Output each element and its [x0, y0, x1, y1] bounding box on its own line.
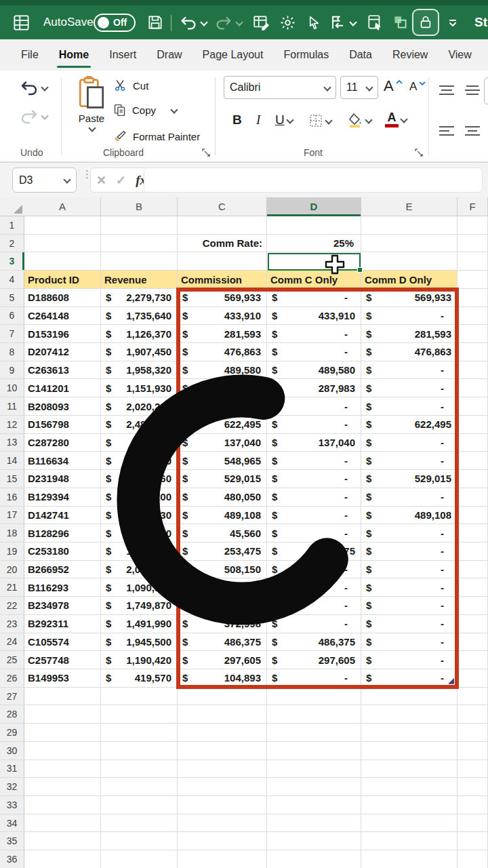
revenue-cell[interactable]: $1,956,430: [101, 507, 178, 524]
commission-cell[interactable]: $272,588: [178, 578, 267, 596]
comm-c-cell[interactable]: $-: [267, 507, 361, 524]
chevron-down-icon[interactable]: [171, 107, 177, 113]
ribbon-redo-button[interactable]: [19, 106, 47, 126]
comm-c-cell[interactable]: $297,605: [267, 651, 361, 669]
cell-F36[interactable]: [458, 850, 488, 868]
product-id-cell[interactable]: B208093: [24, 397, 101, 415]
row-header-11[interactable]: 11: [0, 397, 24, 415]
cell-E34[interactable]: [361, 814, 458, 832]
select-all-corner[interactable]: [0, 197, 24, 216]
cell-B28[interactable]: [101, 705, 178, 723]
tab-draw[interactable]: Draw: [146, 39, 192, 71]
comm-d-cell[interactable]: $-: [361, 597, 458, 614]
tab-data[interactable]: Data: [339, 39, 382, 71]
comm-c-cell[interactable]: $486,375: [267, 633, 361, 651]
comm-d-cell[interactable]: $-: [361, 578, 458, 596]
row-header-17[interactable]: 17: [0, 507, 24, 524]
row-header-7[interactable]: 7: [0, 325, 24, 342]
table-header-cell[interactable]: Revenue: [101, 271, 178, 288]
cell-F23[interactable]: [458, 615, 488, 633]
tab-review[interactable]: Review: [382, 39, 438, 71]
row-header-29[interactable]: 29: [0, 724, 24, 741]
copy-button[interactable]: Copy: [113, 103, 177, 117]
row-header-18[interactable]: 18: [0, 524, 24, 542]
cell-F27[interactable]: [458, 688, 488, 705]
cell-F22[interactable]: [458, 597, 488, 614]
cell-E27[interactable]: [361, 688, 458, 705]
table-header-cell[interactable]: Commission: [178, 271, 267, 288]
product-id-cell[interactable]: C257748: [24, 651, 101, 669]
italic-button[interactable]: I: [256, 113, 260, 127]
comm-d-cell[interactable]: $-: [361, 452, 458, 469]
cell-F1[interactable]: [458, 216, 488, 234]
partial-button[interactable]: [484, 77, 488, 104]
product-id-cell[interactable]: B266952: [24, 561, 101, 578]
row-header-34[interactable]: 34: [0, 814, 24, 832]
column-header-b[interactable]: B: [101, 197, 178, 216]
revenue-cell[interactable]: $2,032,600: [101, 561, 178, 578]
cell-E1[interactable]: [361, 216, 458, 234]
product-id-cell[interactable]: C105574: [24, 633, 101, 651]
ribbon-undo-button[interactable]: [19, 77, 47, 98]
cell-C27[interactable]: [178, 688, 267, 705]
row-header-15[interactable]: 15: [0, 470, 24, 488]
chevron-down-icon[interactable]: [287, 117, 293, 123]
cell-F26[interactable]: [458, 669, 488, 687]
cell-F29[interactable]: [458, 724, 488, 741]
cell-F33[interactable]: [458, 796, 488, 814]
revenue-cell[interactable]: $1,749,870: [101, 597, 178, 614]
shrink-font-button[interactable]: A: [409, 80, 426, 94]
cell-D36[interactable]: [267, 850, 361, 868]
revenue-cell[interactable]: $1,491,990: [101, 615, 178, 633]
chevron-down-icon[interactable]: [89, 125, 95, 132]
row-header-19[interactable]: 19: [0, 542, 24, 560]
cell-D27[interactable]: [267, 688, 361, 705]
cell-A1[interactable]: [24, 216, 101, 234]
cell-B29[interactable]: [101, 724, 178, 741]
cell-D32[interactable]: [267, 778, 361, 795]
cell-A32[interactable]: [24, 778, 101, 795]
cell-A34[interactable]: [24, 814, 101, 832]
product-id-cell[interactable]: B116293: [24, 578, 101, 596]
revenue-cell[interactable]: $1,151,930: [101, 379, 178, 397]
commission-cell[interactable]: $548,965: [178, 452, 267, 469]
product-id-cell[interactable]: D188608: [24, 289, 101, 307]
comm-c-cell[interactable]: $-: [267, 615, 361, 633]
table-header-cell[interactable]: Comm D Only: [361, 271, 458, 288]
cell-F4[interactable]: [458, 271, 488, 288]
cell-D31[interactable]: [267, 760, 361, 778]
row-header-22[interactable]: 22: [0, 597, 24, 614]
comm-rate-value[interactable]: 25%: [267, 235, 361, 252]
row-header-35[interactable]: 35: [0, 832, 24, 850]
comm-d-cell[interactable]: $569,933: [361, 289, 458, 307]
cell-A29[interactable]: [24, 724, 101, 741]
cell-F12[interactable]: [458, 416, 488, 433]
row-header-20[interactable]: 20: [0, 561, 24, 578]
commission-cell[interactable]: $480,050: [178, 488, 267, 506]
row-header-30[interactable]: 30: [0, 742, 24, 760]
cell-F14[interactable]: [458, 452, 488, 469]
layout-options-icon[interactable]: [328, 5, 356, 39]
formula-bar-grip[interactable]: ⋮: [82, 171, 87, 177]
revenue-cell[interactable]: $548,160: [101, 434, 178, 452]
cell-D1[interactable]: [267, 216, 361, 234]
align-top-button[interactable]: [438, 84, 455, 98]
chevron-down-icon[interactable]: [41, 85, 47, 91]
cell-D30[interactable]: [267, 742, 361, 760]
table-header-cell[interactable]: Product ID: [24, 271, 101, 288]
cell-F32[interactable]: [458, 778, 488, 795]
comm-c-cell[interactable]: $-: [267, 578, 361, 596]
cell-D35[interactable]: [267, 832, 361, 850]
product-id-cell[interactable]: C253180: [24, 542, 101, 560]
cell-C31[interactable]: [178, 760, 267, 778]
comm-c-cell[interactable]: $-: [267, 325, 361, 342]
cell-F28[interactable]: [458, 705, 488, 723]
cell-E31[interactable]: [361, 760, 458, 778]
comm-c-cell[interactable]: $-: [267, 416, 361, 433]
row-header-16[interactable]: 16: [0, 488, 24, 506]
cell-F16[interactable]: [458, 488, 488, 506]
comm-c-cell[interactable]: $137,040: [267, 434, 361, 452]
cell-F35[interactable]: [458, 832, 488, 850]
column-header-f[interactable]: F: [458, 197, 488, 216]
product-id-cell[interactable]: B149953: [24, 669, 101, 687]
